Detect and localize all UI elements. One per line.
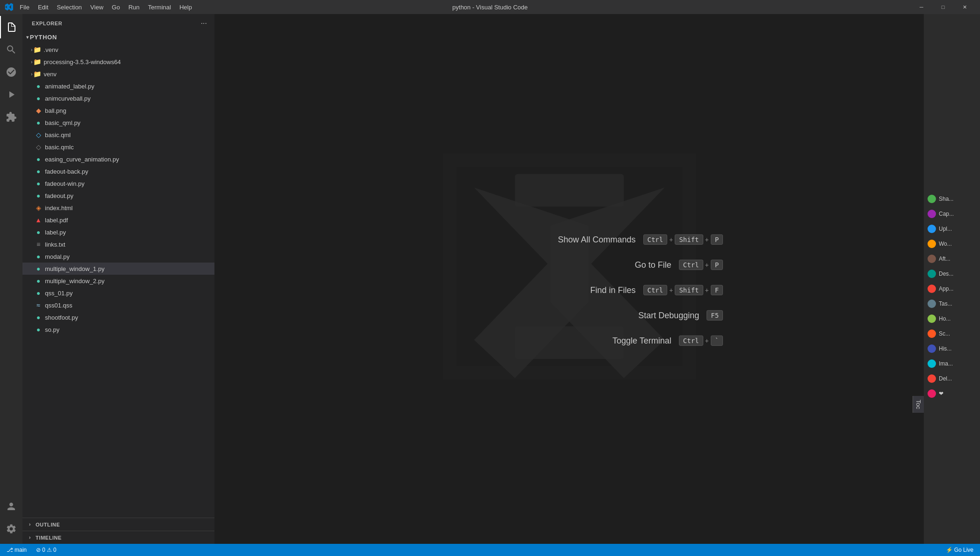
menu-selection[interactable]: Selection <box>53 3 85 12</box>
html-file-icon: ◈ <box>35 204 42 212</box>
right-panel-item-ima[interactable]: Ima... <box>924 357 980 371</box>
file-multiple-window-1[interactable]: ● multiple_window_1.py <box>22 263 214 275</box>
python-file-icon: ● <box>35 82 42 90</box>
activitybar-accounts[interactable] <box>0 495 22 518</box>
key-sep: + <box>705 286 709 294</box>
file-fadeout[interactable]: ● fadeout.py <box>22 190 214 202</box>
chevron-right-icon: › <box>26 534 34 541</box>
shortcut-label: Go to File <box>578 260 671 270</box>
file-basic-qml-py[interactable]: ● basic_qml.py <box>22 117 214 129</box>
right-panel-item-tas[interactable]: Tas... <box>924 297 980 311</box>
minimize-button[interactable]: ─ <box>911 0 932 14</box>
folder-processing[interactable]: › 📁 processing-3.5.3-windows64 <box>22 56 214 68</box>
welcome-shortcuts: Show All Commands Ctrl + Shift + P Go to… <box>542 234 723 346</box>
folder-name: processing-3.5.3-windows64 <box>44 59 214 66</box>
toc-button[interactable]: Toc <box>913 396 924 413</box>
project-root[interactable]: ▾ PYTHON <box>22 30 214 44</box>
file-links-txt[interactable]: ≡ links.txt <box>22 238 214 250</box>
file-index-html[interactable]: ◈ index.html <box>22 202 214 214</box>
timeline-panel-header[interactable]: › TIMELINE <box>22 531 214 544</box>
folder-icon: 📁 <box>33 70 41 78</box>
right-panel-item-sha[interactable]: Sha... <box>924 192 980 206</box>
right-panel-icon <box>928 225 936 233</box>
file-fadeout-win[interactable]: ● fadeout-win.py <box>22 177 214 190</box>
file-fadeout-back[interactable]: ● fadeout-back.py <box>22 165 214 177</box>
file-shootfoot[interactable]: ● shootfoot.py <box>22 311 214 323</box>
file-name: qss_01.py <box>45 290 214 297</box>
python-file-icon: ● <box>35 155 42 163</box>
maximize-button[interactable]: □ <box>932 0 954 14</box>
file-so[interactable]: ● so.py <box>22 323 214 336</box>
activitybar-settings[interactable] <box>0 518 22 540</box>
key-backtick: ` <box>711 336 723 346</box>
right-panel-item-del[interactable]: Del... <box>924 372 980 386</box>
file-modal[interactable]: ● modal.py <box>22 250 214 263</box>
right-panel-item-wo[interactable]: Wo... <box>924 237 980 251</box>
file-basic-qml[interactable]: ◇ basic.qml <box>22 129 214 141</box>
file-basic-qmlc[interactable]: ◇ basic.qmlc <box>22 141 214 153</box>
menu-terminal[interactable]: Terminal <box>144 3 175 12</box>
right-panel-label: Ho... <box>939 315 951 322</box>
menu-view[interactable]: View <box>87 3 107 12</box>
right-panel-item-sc[interactable]: Sc... <box>924 327 980 341</box>
close-button[interactable]: ✕ <box>954 0 975 14</box>
sidebar-more-button[interactable]: ··· <box>199 18 209 29</box>
right-panel-label: Des... <box>939 271 953 277</box>
activitybar-source-control[interactable] <box>0 61 22 83</box>
file-animated-label[interactable]: ● animated_label.py <box>22 80 214 92</box>
activitybar-extensions[interactable] <box>0 106 22 128</box>
activitybar-explorer[interactable] <box>0 16 22 38</box>
main-container: EXPLORER ··· ▾ PYTHON › 📁 .venv › 📁 proc… <box>0 14 980 544</box>
menu-edit[interactable]: Edit <box>34 3 52 12</box>
right-panel-item-heart[interactable]: ❤ <box>924 387 980 401</box>
statusbar-errors[interactable]: ⊘ 0 ⚠ 0 <box>33 544 59 556</box>
menu-run[interactable]: Run <box>125 3 143 12</box>
activitybar-search[interactable] <box>0 38 22 61</box>
python-file-icon: ● <box>35 277 42 285</box>
right-panel-item-des[interactable]: Des... <box>924 267 980 281</box>
file-animcurveball[interactable]: ● animcurveball.py <box>22 92 214 104</box>
folder-venv[interactable]: › 📁 .venv <box>22 44 214 56</box>
right-panel-item-app[interactable]: App... <box>924 282 980 296</box>
key-sep: + <box>669 236 673 243</box>
python-file-icon: ● <box>35 326 42 333</box>
window-controls: ─ □ ✕ <box>911 0 975 14</box>
right-panel-item-ho[interactable]: Ho... <box>924 312 980 326</box>
chevron-right-icon: › <box>31 59 32 65</box>
right-panel-label: Del... <box>939 375 952 382</box>
menu-help[interactable]: Help <box>176 3 196 12</box>
right-panel-item-aft[interactable]: Aft... <box>924 252 980 266</box>
menu-go[interactable]: Go <box>108 3 124 12</box>
shortcut-label: Find in Files <box>542 285 635 295</box>
file-name: ball.png <box>45 107 214 114</box>
right-panel-item-his[interactable]: His... <box>924 342 980 356</box>
statusbar-go-live[interactable]: ⚡ Go Live <box>943 544 976 556</box>
right-panel-icon <box>928 315 936 323</box>
file-multiple-window-2[interactable]: ● multiple_window_2.py <box>22 275 214 287</box>
menu-file[interactable]: File <box>16 3 33 12</box>
go-live-label: Go Live <box>954 547 973 553</box>
folder-venv2[interactable]: › 📁 venv <box>22 68 214 80</box>
folder-name: .venv <box>44 46 214 53</box>
file-label-py[interactable]: ● label.py <box>22 226 214 238</box>
file-name: qss01.qss <box>45 302 214 309</box>
right-panel-icon <box>928 255 936 263</box>
file-easing[interactable]: ● easing_curve_animation.py <box>22 153 214 165</box>
file-label-pdf[interactable]: ▲ label.pdf <box>22 214 214 226</box>
right-panel-icon <box>928 389 936 398</box>
key-p: P <box>711 234 723 245</box>
search-icon <box>6 44 17 55</box>
right-panel-item-cap[interactable]: Cap... <box>924 207 980 221</box>
file-qss01-qss[interactable]: ≈ qss01.qss <box>22 299 214 311</box>
file-qss-01[interactable]: ● qss_01.py <box>22 287 214 299</box>
file-name: basic_qml.py <box>45 119 214 126</box>
person-icon <box>6 501 17 512</box>
activitybar <box>0 14 22 544</box>
activitybar-run-debug[interactable] <box>0 83 22 106</box>
outline-panel-header[interactable]: › OUTLINE <box>22 518 214 531</box>
statusbar-branch[interactable]: ⎇ main <box>4 544 29 556</box>
right-panel-icon <box>928 300 936 308</box>
file-ball-png[interactable]: ◆ ball.png <box>22 104 214 117</box>
python-file-icon: ● <box>35 265 42 272</box>
right-panel-item-upl[interactable]: Upl... <box>924 222 980 236</box>
